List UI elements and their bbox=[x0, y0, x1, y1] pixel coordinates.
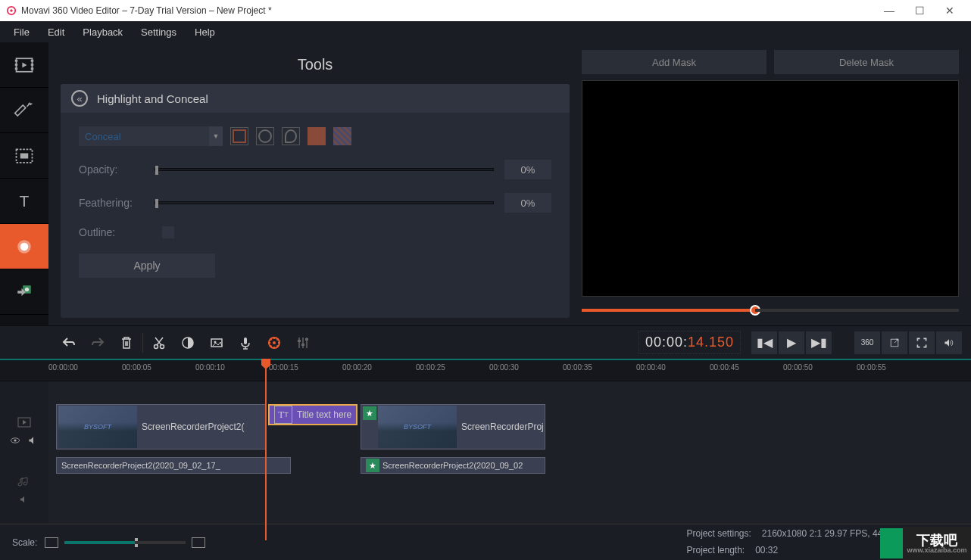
title-clip[interactable]: TT Title text here bbox=[268, 404, 357, 425]
clip-properties-button[interactable] bbox=[263, 331, 286, 354]
svg-rect-24 bbox=[298, 340, 301, 342]
ruler-tick: 00:00:25 bbox=[416, 363, 445, 372]
outline-checkbox[interactable] bbox=[162, 226, 174, 238]
add-mask-button[interactable]: Add Mask bbox=[582, 50, 766, 74]
menu-settings[interactable]: Settings bbox=[133, 23, 184, 41]
opacity-slider[interactable] bbox=[155, 168, 494, 171]
menu-playback[interactable]: Playback bbox=[75, 23, 130, 41]
close-button[interactable]: ✕ bbox=[935, 0, 965, 21]
view-360-button[interactable]: 360 bbox=[854, 331, 880, 354]
window-title: Movavi 360 Video Editor – 7-Day Trial Ve… bbox=[21, 5, 874, 16]
shape-square-button[interactable] bbox=[230, 127, 248, 145]
speaker-icon[interactable] bbox=[27, 434, 39, 446]
audio-label: ScreenRecorderProject2(2020_09_02_17_ bbox=[61, 461, 220, 470]
cut-button[interactable] bbox=[148, 331, 170, 354]
ruler-tick: 00:00:15 bbox=[269, 363, 298, 372]
svg-text:T: T bbox=[20, 192, 30, 210]
left-sidebar: T bbox=[0, 42, 48, 325]
ruler-tick: 00:00:55 bbox=[857, 363, 886, 372]
redo-button[interactable] bbox=[86, 331, 109, 354]
eye-icon[interactable] bbox=[9, 434, 21, 446]
menubar: File Edit Playback Settings Help bbox=[0, 21, 971, 42]
sidebar-export-button[interactable] bbox=[0, 269, 48, 315]
maximize-button[interactable]: ☐ bbox=[904, 0, 935, 21]
svg-rect-3 bbox=[15, 60, 18, 62]
timeline-track-controls bbox=[0, 381, 48, 540]
preview-seek-slider[interactable] bbox=[582, 303, 959, 318]
timecode-value: 14.150 bbox=[688, 334, 734, 350]
timeline-toolbar: 00:00:14.150 ▮◀ ▶ ▶▮ 360 bbox=[0, 325, 971, 359]
svg-rect-21 bbox=[244, 338, 247, 344]
preview-panel: Add Mask Delete Mask bbox=[577, 42, 971, 325]
play-button[interactable]: ▶ bbox=[779, 331, 804, 354]
delete-button[interactable] bbox=[115, 331, 138, 354]
scale-slider[interactable] bbox=[64, 541, 186, 544]
shape-circle-button[interactable] bbox=[256, 127, 274, 145]
sidebar-media-button[interactable] bbox=[0, 42, 48, 88]
svg-rect-26 bbox=[305, 338, 308, 341]
status-bar: Scale: Project settings: 2160x1080 2:1 2… bbox=[0, 524, 971, 560]
audio-clip-2[interactable]: ★ ScreenRecorderProject2(2020_09_02 bbox=[361, 457, 545, 474]
timecode-display: 00:00:14.150 bbox=[638, 331, 741, 354]
clip-label: ScreenRecorderProject2( bbox=[142, 422, 244, 432]
feathering-label: Feathering: bbox=[79, 197, 155, 209]
equalizer-button[interactable] bbox=[292, 331, 314, 354]
sidebar-filters-button[interactable] bbox=[0, 88, 48, 133]
shape-fill-button[interactable] bbox=[308, 127, 326, 145]
menu-file[interactable]: File bbox=[6, 23, 37, 41]
popout-button[interactable] bbox=[882, 331, 907, 354]
outline-label: Outline: bbox=[79, 226, 155, 238]
playhead[interactable] bbox=[265, 359, 267, 540]
back-button[interactable] bbox=[71, 90, 88, 107]
feathering-slider[interactable] bbox=[155, 201, 494, 204]
prev-frame-button[interactable]: ▮◀ bbox=[751, 331, 777, 354]
delete-mask-button[interactable]: Delete Mask bbox=[774, 50, 959, 74]
dropdown-arrow-icon: ▼ bbox=[209, 126, 223, 146]
next-frame-button[interactable]: ▶▮ bbox=[806, 331, 832, 354]
sidebar-titles-button[interactable]: T bbox=[0, 179, 48, 224]
menu-help[interactable]: Help bbox=[187, 23, 223, 41]
audio-speaker-icon[interactable] bbox=[19, 493, 30, 506]
undo-button[interactable] bbox=[58, 331, 80, 354]
sidebar-highlight-button[interactable] bbox=[0, 224, 48, 269]
video-clip-1[interactable]: BYSOFT ScreenRecorderProject2( bbox=[56, 404, 267, 450]
mode-dropdown[interactable]: Conceal ▼ bbox=[79, 126, 223, 146]
audio-clip-1[interactable]: ScreenRecorderProject2(2020_09_02_17_ bbox=[56, 457, 291, 474]
timeline-ruler[interactable]: 00:00:0000:00:0500:00:1000:00:1500:00:20… bbox=[0, 359, 971, 381]
opacity-value: 0% bbox=[504, 160, 551, 179]
apply-button[interactable]: Apply bbox=[79, 254, 215, 278]
scale-label: Scale: bbox=[12, 537, 37, 548]
svg-point-30 bbox=[14, 439, 16, 441]
svg-rect-8 bbox=[31, 67, 34, 70]
zoom-in-icon[interactable] bbox=[192, 537, 205, 548]
crop-button[interactable] bbox=[205, 331, 228, 354]
video-clip-2[interactable]: ★ BYSOFT ScreenRecorderProj bbox=[361, 404, 545, 450]
window-titlebar: Movavi 360 Video Editor – 7-Day Trial Ve… bbox=[0, 0, 971, 21]
svg-rect-6 bbox=[31, 60, 34, 62]
star-badge-icon: ★ bbox=[363, 406, 376, 420]
volume-button[interactable] bbox=[936, 331, 962, 354]
svg-rect-4 bbox=[15, 64, 18, 66]
ruler-tick: 00:00:05 bbox=[122, 363, 151, 372]
svg-rect-5 bbox=[15, 67, 18, 70]
svg-point-1 bbox=[10, 9, 13, 12]
shape-pixelate-button[interactable] bbox=[333, 127, 351, 145]
watermark-green bbox=[880, 528, 903, 558]
preview-video[interactable] bbox=[582, 80, 959, 297]
svg-rect-10 bbox=[20, 153, 29, 158]
sidebar-transitions-button[interactable] bbox=[0, 133, 48, 179]
watermark-logo: 下载吧 www.xiazaiba.com bbox=[903, 527, 971, 560]
title-label: Title text here bbox=[297, 409, 351, 420]
record-audio-button[interactable] bbox=[234, 331, 257, 354]
shape-drop-button[interactable] bbox=[282, 127, 300, 145]
ruler-tick: 00:00:10 bbox=[195, 363, 225, 372]
star-badge-icon: ★ bbox=[366, 459, 379, 472]
minimize-button[interactable]: — bbox=[874, 0, 904, 21]
fullscreen-button[interactable] bbox=[909, 331, 935, 354]
tools-section-header: Highlight and Conceal bbox=[61, 84, 570, 113]
color-adjust-button[interactable] bbox=[176, 331, 199, 354]
menu-edit[interactable]: Edit bbox=[40, 23, 72, 41]
clip-label: ScreenRecorderProj bbox=[461, 422, 544, 432]
zoom-out-icon[interactable] bbox=[45, 537, 58, 548]
timeline-tracks[interactable]: BYSOFT ScreenRecorderProject2( TT Title … bbox=[48, 381, 971, 540]
